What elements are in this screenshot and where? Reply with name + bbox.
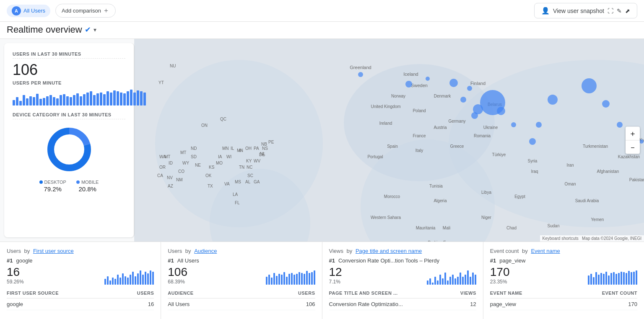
card-title-link-1[interactable]: Audience xyxy=(194,248,217,254)
svg-text:Saudi Arabia: Saudi Arabia xyxy=(575,198,599,203)
spark-bar xyxy=(608,275,610,285)
card-name-1: All Users xyxy=(177,257,199,264)
card-row1-value-3: 170 xyxy=(628,301,637,307)
minute-bar xyxy=(123,93,126,105)
map-circle xyxy=(639,139,644,144)
verified-icon: ✔ xyxy=(85,25,91,34)
svg-text:Egypt: Egypt xyxy=(514,194,525,199)
summary-card-1: Users by Audience #1 All Users 106 68.39… xyxy=(161,242,322,319)
desktop-dot xyxy=(39,180,43,184)
svg-text:Romania: Romania xyxy=(474,134,491,138)
svg-text:TX: TX xyxy=(208,184,213,188)
svg-text:DE: DE xyxy=(259,152,265,157)
minute-bar xyxy=(83,94,86,105)
spark-bar xyxy=(142,275,144,285)
minute-bar xyxy=(106,91,109,105)
minute-bar xyxy=(130,90,132,105)
summary-card-2: Views by Page title and screen name #1 C… xyxy=(322,242,483,319)
svg-text:Niger: Niger xyxy=(481,215,492,220)
svg-text:Germany: Germany xyxy=(448,119,465,123)
spark-bar xyxy=(615,274,617,285)
svg-text:Pakistan: Pakistan xyxy=(629,178,644,182)
svg-text:MI: MI xyxy=(237,148,242,153)
svg-text:IL: IL xyxy=(231,146,234,151)
spark-bar xyxy=(623,272,625,285)
minute-bar xyxy=(140,91,143,105)
card-number-3: 170 xyxy=(490,265,510,279)
zoom-in-button[interactable]: ＋ xyxy=(626,126,640,140)
card-percent-0: 59.26% xyxy=(7,279,24,285)
card-title-link-0[interactable]: First user source xyxy=(33,248,74,254)
svg-text:FL: FL xyxy=(235,201,240,205)
edit-icon: ✎ xyxy=(617,8,622,14)
svg-text:Iraq: Iraq xyxy=(531,169,538,174)
spark-bar xyxy=(595,272,597,285)
minute-bar xyxy=(53,97,55,105)
card-title-prefix-3: Event count xyxy=(490,248,519,254)
view-snapshot-button[interactable]: 👤 View user snapshot ⛶ ✎ ⬈ xyxy=(534,3,637,18)
svg-text:Ireland: Ireland xyxy=(379,121,392,126)
spark-bar xyxy=(314,270,315,285)
minute-bar xyxy=(56,98,59,105)
card-col1-3: EVENT NAME xyxy=(490,291,522,296)
add-comparison-button[interactable]: Add comparison ＋ xyxy=(55,4,116,18)
card-title-prefix-1: Users xyxy=(168,248,182,254)
map-area[interactable]: Greenland Iceland Sweden Finland Norway … xyxy=(134,39,644,242)
minute-bar xyxy=(33,97,35,105)
card-col1-0: FIRST USER SOURCE xyxy=(7,291,59,296)
svg-text:KS: KS xyxy=(209,165,215,170)
minute-bar xyxy=(143,93,146,105)
card-row1-value-2: 12 xyxy=(470,301,476,307)
add-comparison-label: Add comparison xyxy=(62,8,101,14)
svg-text:CO: CO xyxy=(178,169,184,174)
user-chip[interactable]: A All Users xyxy=(7,5,50,17)
svg-text:AZ: AZ xyxy=(168,184,173,188)
card-row1-name-1: All Users xyxy=(168,301,190,307)
spark-bar xyxy=(475,275,476,285)
minute-bar xyxy=(137,90,139,105)
svg-text:Norway: Norway xyxy=(391,94,405,98)
svg-text:QC: QC xyxy=(220,117,226,121)
minute-bar xyxy=(19,101,22,105)
minute-bar xyxy=(96,93,99,105)
minute-bar xyxy=(117,91,119,105)
minute-bar xyxy=(26,98,29,105)
spark-bar xyxy=(427,280,428,285)
svg-text:Poland: Poland xyxy=(413,108,426,113)
svg-text:GA: GA xyxy=(254,180,260,184)
spark-bar xyxy=(130,275,131,285)
spark-bar xyxy=(117,275,119,285)
spark-bar xyxy=(135,276,136,285)
spark-bar xyxy=(626,273,627,285)
spark-bar xyxy=(301,273,303,285)
spark-bar xyxy=(311,272,313,285)
card-table-row-2: Conversion Rate Optimizatio... 12 xyxy=(329,298,476,310)
spark-bar xyxy=(472,273,474,285)
mobile-value: 20.8% xyxy=(78,185,96,193)
card-col2-1: USERS xyxy=(298,291,315,296)
card-title-link-2[interactable]: Page title and screen name xyxy=(356,248,422,254)
map-circle xyxy=(602,100,610,108)
minute-bar xyxy=(127,91,129,105)
user-avatar: A xyxy=(12,6,21,15)
minute-bar xyxy=(110,93,112,105)
map-circle xyxy=(617,122,623,128)
card-row1-value-0: 16 xyxy=(148,301,154,307)
desktop-label: DESKTOP xyxy=(44,180,66,185)
svg-text:Finland: Finland xyxy=(470,81,486,86)
svg-text:PA: PA xyxy=(254,146,259,151)
card-col2-2: VIEWS xyxy=(460,291,476,296)
svg-text:Spain: Spain xyxy=(387,144,398,149)
svg-text:France: France xyxy=(413,134,426,138)
card-title-link-3[interactable]: Event name xyxy=(531,248,560,254)
spark-bar xyxy=(309,273,310,285)
spark-bar xyxy=(631,272,632,285)
spark-bar xyxy=(467,270,469,285)
zoom-out-button[interactable]: － xyxy=(626,140,640,154)
page-title: Realtime overview xyxy=(7,24,82,35)
card-name-0: google xyxy=(16,257,32,264)
spark-bar xyxy=(132,272,134,285)
users-30min-label: USERS IN LAST 30 MINUTES xyxy=(13,51,125,59)
dropdown-arrow[interactable]: ▾ xyxy=(93,26,96,33)
spark-bar xyxy=(140,270,141,285)
